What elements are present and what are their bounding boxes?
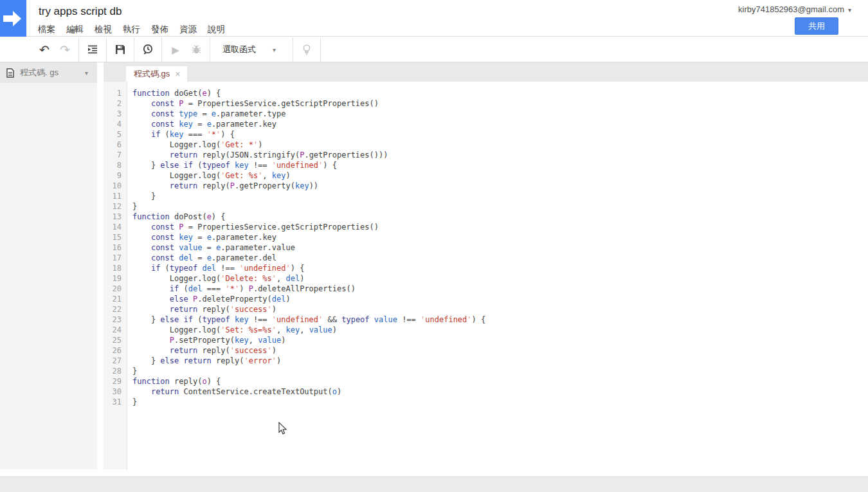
toolbar-separator	[210, 37, 210, 62]
toolbar: ↶ ↷	[0, 37, 868, 62]
code-line: if (key === '*') {	[132, 129, 868, 140]
undo-icon: ↶	[39, 44, 50, 56]
line-number: 10	[104, 181, 122, 191]
share-button[interactable]: 共用	[795, 17, 838, 35]
debug-button[interactable]	[186, 37, 206, 62]
code-line: const P = PropertiesService.getScriptPro…	[132, 98, 868, 109]
code-line: function doGet(e) {	[132, 88, 868, 98]
line-number: 8	[104, 160, 122, 170]
save-icon	[114, 44, 126, 55]
toolbar-separator	[161, 37, 162, 62]
line-number: 17	[104, 253, 122, 263]
redo-button[interactable]: ↷	[55, 37, 75, 62]
menu-item[interactable]: 執行	[123, 24, 140, 35]
code-line: function reply(o) {	[132, 376, 868, 387]
code-line: return ContentService.createTextOutput(o…	[132, 387, 868, 397]
line-number: 12	[104, 201, 122, 212]
project-title[interactable]: try apps script db	[39, 5, 122, 18]
menu-item[interactable]: 說明	[208, 24, 225, 35]
line-number: 5	[104, 129, 122, 140]
menu-bar: 檔案編輯檢視執行發佈資源說明	[38, 24, 236, 37]
run-button[interactable]: ▶	[165, 37, 186, 62]
undo-button[interactable]: ↶	[34, 37, 55, 62]
code-line: const del = e.parameter.del	[132, 253, 868, 263]
code-line: } else if (typeof key !== 'undefined' &&…	[132, 314, 868, 325]
line-number: 22	[104, 304, 122, 314]
document-icon	[6, 68, 14, 78]
line-number: 7	[104, 150, 122, 160]
ideas-button[interactable]	[296, 37, 317, 62]
line-number: 26	[104, 345, 122, 356]
line-number: 21	[104, 294, 122, 304]
account-menu[interactable]: kirby741852963@gmail.com▾	[738, 5, 851, 14]
line-number: 20	[104, 284, 122, 294]
code-line: return reply(JSON.stringify(P.getPropert…	[132, 150, 868, 160]
function-selector-label: 選取函式	[222, 44, 256, 55]
line-number-gutter: 1234567891011121314151617181920212223242…	[104, 82, 127, 469]
menu-item[interactable]: 編輯	[66, 24, 84, 35]
tab-label: 程式碼.gs	[134, 68, 170, 80]
save-button[interactable]	[110, 37, 131, 62]
line-number: 2	[104, 98, 122, 109]
line-number: 18	[104, 263, 122, 273]
indent-button[interactable]	[82, 37, 103, 62]
function-selector-dropdown[interactable]: 選取函式 ▾	[213, 37, 289, 62]
code-line: } else return reply('error')	[132, 356, 868, 366]
code-line: return reply('success')	[132, 345, 868, 356]
code-line: return reply('success')	[132, 304, 868, 314]
line-number: 25	[104, 335, 122, 345]
toolbar-separator	[106, 37, 107, 62]
code-line: function doPost(e) {	[132, 212, 868, 222]
toolbar-separator	[320, 37, 321, 62]
code-editor[interactable]: function doGet(e) { const P = Properties…	[128, 82, 868, 469]
line-number: 16	[104, 242, 122, 253]
execution-history-button[interactable]	[138, 37, 158, 62]
code-line: }	[132, 397, 868, 407]
toolbar-separator	[134, 37, 134, 62]
bug-icon	[190, 44, 203, 56]
menu-item[interactable]: 資源	[179, 24, 197, 35]
line-number: 3	[104, 109, 122, 119]
file-options-caret-icon[interactable]: ▾	[85, 69, 88, 77]
code-line: Logger.log('Delete: %s', del)	[132, 273, 868, 284]
code-line: }	[132, 191, 868, 201]
close-icon[interactable]: ×	[175, 69, 180, 78]
account-email: kirby741852963@gmail.com	[738, 5, 844, 14]
line-number: 19	[104, 273, 122, 284]
toolbar-separator	[293, 37, 293, 62]
code-line: }	[132, 366, 868, 376]
line-number: 31	[104, 397, 122, 407]
logo-arrow-icon	[3, 15, 13, 22]
code-line: P.setProperty(key, value)	[132, 335, 868, 345]
line-number: 30	[104, 387, 122, 397]
redo-icon: ↷	[60, 44, 70, 56]
files-sidebar: 程式碼. gs▾	[0, 62, 97, 469]
line-number: 29	[104, 376, 122, 387]
apps-script-logo	[0, 0, 26, 37]
line-number: 6	[104, 140, 122, 150]
apps-script-editor-window: try apps script db 檔案編輯檢視執行發佈資源說明 kirby7…	[0, 0, 868, 492]
line-number: 1	[104, 88, 122, 98]
header: try apps script db 檔案編輯檢視執行發佈資源說明 kirby7…	[0, 0, 868, 37]
code-line: const value = e.parameter.value	[132, 242, 868, 253]
editor-tab[interactable]: 程式碼.gs×	[126, 66, 187, 82]
code-line: const P = PropertiesService.getScriptPro…	[132, 222, 868, 232]
line-number: 27	[104, 356, 122, 366]
chevron-down-icon: ▾	[848, 6, 851, 14]
code-line: }	[132, 201, 868, 212]
line-number: 15	[104, 232, 122, 242]
menu-item[interactable]: 發佈	[151, 24, 168, 35]
code-line: const key = e.parameter.key	[132, 119, 868, 129]
line-number: 24	[104, 325, 122, 335]
status-bar	[0, 477, 868, 492]
code-line: const key = e.parameter.key	[132, 232, 868, 242]
line-number: 13	[104, 212, 122, 222]
file-name: 程式碼. gs	[20, 67, 85, 78]
menu-item[interactable]: 檢視	[95, 24, 112, 35]
lightbulb-icon	[300, 43, 313, 56]
sidebar-file-item[interactable]: 程式碼. gs▾	[0, 62, 97, 83]
menu-item[interactable]: 檔案	[38, 24, 55, 35]
line-number: 9	[104, 170, 122, 181]
code-line: } else if (typeof key !== 'undefined') {	[132, 160, 868, 170]
toolbar-separator	[78, 37, 79, 62]
